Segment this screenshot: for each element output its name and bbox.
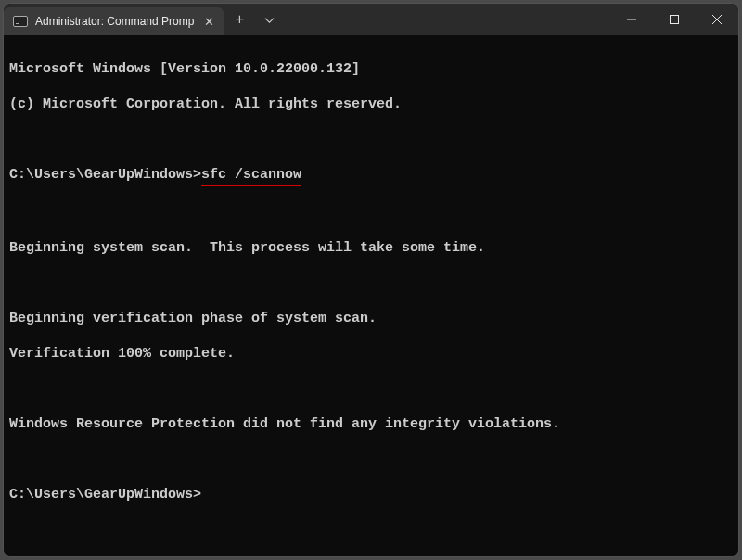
close-tab-icon[interactable]: ✕ xyxy=(201,14,216,29)
minimize-icon xyxy=(627,15,636,24)
output-line: Beginning verification phase of system s… xyxy=(9,310,733,327)
output-line: (c) Microsoft Corporation. All rights re… xyxy=(9,95,733,113)
output-line xyxy=(9,204,733,222)
prompt-line: C:\Users\GearUpWindows> xyxy=(9,486,733,503)
prompt-line: C:\Users\GearUpWindows>sfc /scannow xyxy=(9,166,733,186)
close-icon xyxy=(712,15,722,24)
typed-command: sfc /scannow xyxy=(201,166,301,186)
tab-title: Administrator: Command Promp xyxy=(35,15,194,28)
svg-rect-1 xyxy=(671,16,679,24)
cmd-icon xyxy=(13,16,28,27)
maximize-icon xyxy=(670,15,679,24)
close-window-button[interactable] xyxy=(696,4,738,35)
prompt-path: C:\Users\GearUpWindows> xyxy=(9,167,201,183)
output-line xyxy=(9,380,733,398)
terminal-window: Administrator: Command Promp ✕ + Microso… xyxy=(4,4,738,556)
tab-dropdown-button[interactable] xyxy=(255,4,283,35)
output-line: Windows Resource Protection did not find… xyxy=(9,415,733,433)
minimize-button[interactable] xyxy=(610,4,653,35)
output-line: Verification 100% complete. xyxy=(9,345,733,363)
output-line xyxy=(9,451,733,468)
output-line xyxy=(9,274,733,292)
output-line: Microsoft Windows [Version 10.0.22000.13… xyxy=(9,60,733,78)
terminal-output[interactable]: Microsoft Windows [Version 10.0.22000.13… xyxy=(4,35,738,556)
titlebar: Administrator: Command Promp ✕ + xyxy=(4,4,738,35)
output-line: Beginning system scan. This process will… xyxy=(9,239,733,257)
new-tab-button[interactable]: + xyxy=(224,4,255,35)
chevron-down-icon xyxy=(264,15,275,25)
tab-command-prompt[interactable]: Administrator: Command Promp ✕ xyxy=(4,7,224,35)
output-line xyxy=(9,131,733,148)
maximize-button[interactable] xyxy=(653,4,696,35)
titlebar-drag-area[interactable] xyxy=(283,4,610,35)
